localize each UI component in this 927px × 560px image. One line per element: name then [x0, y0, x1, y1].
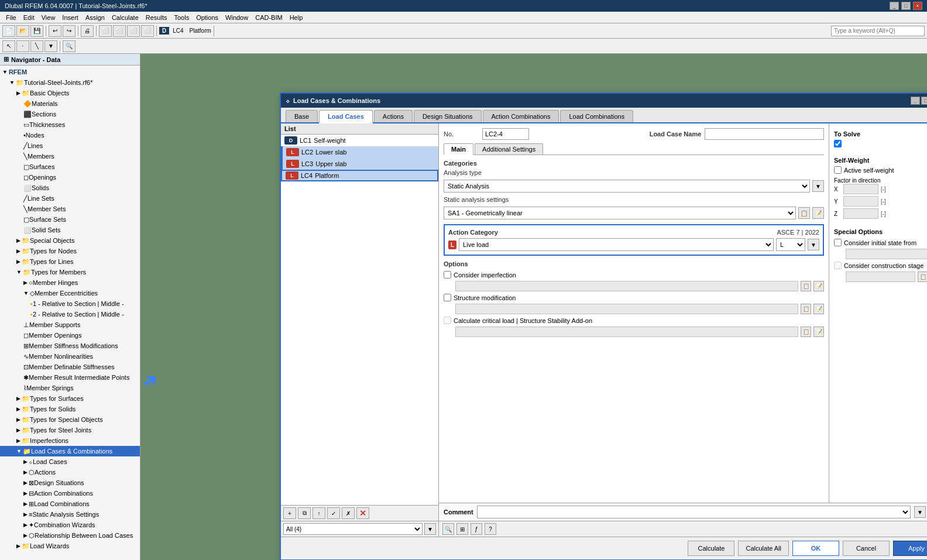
- nav-member-sets[interactable]: ╲ Member Sets: [0, 204, 140, 214]
- nav-member-supports[interactable]: ⊥ Member Supports: [0, 319, 140, 330]
- check-button[interactable]: ✓: [327, 507, 340, 519]
- structure-mod-btn1[interactable]: 📋: [801, 304, 811, 314]
- menu-edit[interactable]: Edit: [20, 13, 38, 22]
- nav-types-steel[interactable]: ▶ 📁 Types for Steel Joints: [0, 425, 140, 435]
- analysis-expand-btn[interactable]: ▼: [812, 180, 824, 192]
- close-button[interactable]: ×: [913, 2, 922, 10]
- tab-load-cases[interactable]: Load Cases: [319, 110, 373, 123]
- inner-tab-main[interactable]: Main: [444, 143, 473, 155]
- nav-basic-objects[interactable]: ▶ 📁 Basic Objects: [0, 88, 140, 98]
- nav-solids[interactable]: ⬜ Solids: [0, 183, 140, 193]
- list-item-lc1[interactable]: D LC1 Self-weight: [281, 135, 438, 146]
- nav-types-solids[interactable]: ▶ 📁 Types for Solids: [0, 404, 140, 414]
- nav-load-cases-combinations[interactable]: ▼ 📁 Load Cases & Combinations: [0, 446, 140, 456]
- comment-expand-btn[interactable]: ▼: [914, 506, 926, 518]
- list-item-lc4[interactable]: L LC4 Platform: [281, 170, 438, 181]
- nav-lines[interactable]: ╱ Lines: [0, 140, 140, 151]
- static-settings-btn1[interactable]: 📋: [798, 207, 810, 219]
- nav-project[interactable]: ▼ 📁 Tutorial-Steel-Joints.rf6*: [0, 77, 140, 88]
- menu-window[interactable]: Window: [222, 13, 252, 22]
- minimize-button[interactable]: _: [890, 2, 899, 10]
- menu-cad-bim[interactable]: CAD-BIM: [252, 13, 286, 22]
- move-up-button[interactable]: ↑: [313, 507, 325, 519]
- view4-button[interactable]: ⬜: [141, 25, 154, 37]
- nav-member-hinges[interactable]: ▶ ○ Member Hinges: [0, 277, 140, 288]
- static-analysis-select[interactable]: SA1 - Geometrically linear: [444, 207, 796, 219]
- print-button[interactable]: 🖨: [81, 25, 94, 37]
- imperfection-btn2[interactable]: 📝: [813, 281, 824, 291]
- info-btn[interactable]: ?: [485, 523, 496, 535]
- nav-actions[interactable]: ▶ ⬡ Actions: [0, 467, 140, 477]
- nav-member-result[interactable]: ✱ Member Result Intermediate Points: [0, 372, 140, 383]
- dialog-maximize-button[interactable]: □: [921, 97, 927, 105]
- structure-mod-btn2[interactable]: 📝: [813, 304, 824, 314]
- select-button[interactable]: ↖: [2, 40, 15, 52]
- line-tool[interactable]: ╲: [30, 40, 43, 52]
- nav-action-combinations[interactable]: ▶ ⊟ Action Combinations: [0, 488, 140, 499]
- live-load-select[interactable]: Live load: [459, 238, 774, 251]
- imperfection-checkbox[interactable]: [444, 271, 451, 279]
- dialog-minimize-button[interactable]: _: [911, 97, 920, 105]
- menu-view[interactable]: View: [38, 13, 59, 22]
- construction-stage-checkbox[interactable]: [834, 262, 842, 269]
- nav-thicknesses[interactable]: ▭ Thicknesses: [0, 119, 140, 130]
- new-button[interactable]: 📄: [2, 25, 15, 37]
- analysis-type-select[interactable]: Static Analysis: [444, 180, 810, 193]
- search-icon-btn[interactable]: 🔍: [442, 523, 454, 535]
- nav-imperfections[interactable]: ▶ 📁 Imperfections: [0, 435, 140, 446]
- zoom-tool[interactable]: 🔍: [63, 40, 75, 52]
- nav-types-special[interactable]: ▶ 📁 Types for Special Objects: [0, 414, 140, 425]
- maximize-button[interactable]: □: [901, 2, 911, 10]
- nav-line-sets[interactable]: ╱ Line Sets: [0, 193, 140, 204]
- view2-button[interactable]: ⬜: [113, 25, 126, 37]
- view3-button[interactable]: ⬜: [127, 25, 140, 37]
- inner-tab-additional[interactable]: Additional Settings: [475, 143, 543, 154]
- nav-types-nodes[interactable]: ▶ 📁 Types for Nodes: [0, 246, 140, 256]
- nav-member-springs[interactable]: ⌇ Member Springs: [0, 383, 140, 393]
- imperfection-btn1[interactable]: 📋: [801, 281, 811, 291]
- nav-sections[interactable]: ⬛ Sections: [0, 109, 140, 119]
- comment-input[interactable]: [477, 506, 911, 518]
- tab-load-combinations[interactable]: Load Combinations: [560, 110, 633, 122]
- calculate-button[interactable]: Calculate: [688, 541, 734, 556]
- nav-eccentricity-2[interactable]: ▪ 2 - Relative to Section | Middle -: [0, 309, 140, 319]
- node-tool[interactable]: ·: [16, 40, 29, 52]
- basic-expand[interactable]: ▶: [16, 90, 20, 96]
- nav-combo-wizards[interactable]: ▶ ✦ Combination Wizards: [0, 520, 140, 530]
- live-load-dropdown-btn[interactable]: ▼: [808, 239, 819, 250]
- redo-button[interactable]: ↪: [63, 25, 75, 37]
- nav-openings[interactable]: ◻ Openings: [0, 172, 140, 183]
- nav-types-surfaces[interactable]: ▶ 📁 Types for Surfaces: [0, 393, 140, 404]
- nav-nodes[interactable]: • Nodes: [0, 130, 140, 140]
- z-input[interactable]: [843, 208, 878, 219]
- duplicate-button[interactable]: ⧉: [298, 507, 311, 519]
- nav-eccentricity-1[interactable]: ▪ 1 - Relative to Section | Middle -: [0, 298, 140, 309]
- critical-load-btn2[interactable]: 📝: [813, 327, 824, 337]
- initial-state-checkbox[interactable]: [834, 239, 842, 246]
- view1-button[interactable]: ⬜: [99, 25, 112, 37]
- nav-member-definable[interactable]: ⊡ Member Definable Stiffnesses: [0, 362, 140, 372]
- static-settings-btn2[interactable]: 📝: [812, 207, 824, 219]
- undo-button[interactable]: ↩: [49, 25, 61, 37]
- critical-load-btn1[interactable]: 📋: [801, 327, 811, 337]
- nav-load-cases[interactable]: ▶ ⬦ Load Cases: [0, 456, 140, 467]
- to-solve-checkbox[interactable]: [834, 140, 842, 147]
- menu-insert[interactable]: Insert: [59, 13, 82, 22]
- critical-load-checkbox[interactable]: [444, 317, 451, 324]
- menu-results[interactable]: Results: [142, 13, 171, 22]
- menu-tools[interactable]: Tools: [170, 13, 193, 22]
- list-item-lc3[interactable]: L LC3 Upper slab: [281, 158, 438, 170]
- project-expand[interactable]: ▼: [9, 80, 15, 85]
- menu-help[interactable]: Help: [286, 13, 307, 22]
- nav-solid-sets[interactable]: ⬜ Solid Sets: [0, 225, 140, 235]
- filter-select[interactable]: All (4): [283, 523, 423, 535]
- calculate-all-button[interactable]: Calculate All: [738, 541, 789, 556]
- structure-mod-checkbox[interactable]: [444, 294, 451, 301]
- load-case-name-input[interactable]: [705, 128, 824, 140]
- nav-surface-sets[interactable]: ▢ Surface Sets: [0, 214, 140, 225]
- apply-button[interactable]: Apply: [893, 541, 927, 556]
- filter-dropdown-btn[interactable]: ▼: [424, 523, 436, 535]
- nav-design-situations[interactable]: ▶ ⊠ Design Situations: [0, 477, 140, 488]
- x-input[interactable]: [843, 184, 878, 194]
- tab-design-situations[interactable]: Design Situations: [414, 110, 482, 122]
